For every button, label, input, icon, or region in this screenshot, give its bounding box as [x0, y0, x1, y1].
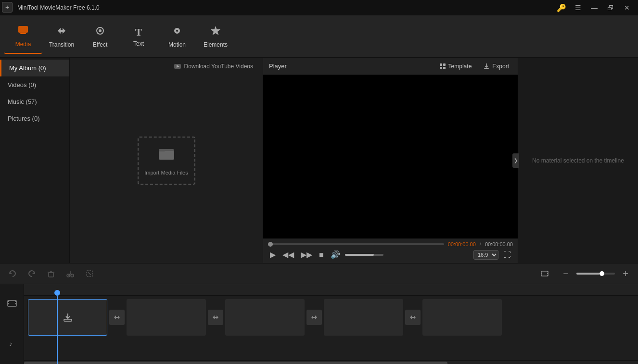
toolbar-item-effect[interactable]: Effect: [81, 19, 119, 54]
title-bar-left: MiniTool MovieMaker Free 6.1.0: [4, 3, 100, 13]
bottom-toolbar: − +: [0, 263, 638, 284]
current-time: 00:00:00.00: [448, 241, 476, 247]
sidebar-item-pictures[interactable]: Pictures (0): [0, 110, 69, 127]
player-section: Player Template Export: [263, 58, 518, 263]
svg-rect-33: [8, 301, 9, 302]
zoom-slider[interactable]: [576, 273, 615, 275]
zoom-out-button[interactable]: −: [557, 266, 574, 281]
maximize-button[interactable]: 🗗: [603, 2, 618, 13]
svg-marker-19: [32, 272, 35, 274]
undo-button[interactable]: [4, 266, 21, 281]
cut-button[interactable]: [62, 266, 79, 281]
stop-button[interactable]: ■: [317, 250, 326, 260]
svg-line-24: [88, 272, 91, 275]
toolbar-item-transition[interactable]: Transition: [42, 19, 81, 54]
svg-rect-3: [20, 33, 26, 34]
sidebar-item-videos[interactable]: Videos (0): [0, 76, 69, 93]
time-separator: /: [480, 241, 481, 247]
menu-button[interactable]: ☰: [571, 2, 585, 13]
timeline-media-button[interactable]: [536, 266, 553, 281]
zoom-in-button[interactable]: +: [617, 266, 634, 281]
sidebar-item-my-album[interactable]: My Album (0): [0, 60, 69, 76]
sidebar-item-music[interactable]: Music (57): [0, 93, 69, 110]
volume-slider[interactable]: [345, 254, 383, 256]
sidebar-label-videos: Videos (0): [8, 81, 36, 88]
svg-rect-30: [547, 273, 548, 274]
toolbar-item-media[interactable]: Media: [4, 19, 42, 54]
svg-rect-17: [484, 68, 489, 69]
delete-button[interactable]: [42, 266, 60, 281]
progress-bar-container: 00:00:00.00 / 00:00:00.00: [268, 241, 513, 247]
redo-button[interactable]: [23, 266, 40, 281]
effect-icon: [94, 25, 106, 39]
toolbar-label-transition: Transition: [49, 41, 74, 48]
transition-icon-3: [310, 314, 318, 321]
youtube-icon: [174, 63, 181, 70]
timeline-scrollbar-thumb: [24, 362, 447, 364]
redo-icon: [27, 269, 36, 278]
progress-dot: [268, 242, 273, 247]
bottom-toolbar-right: − +: [536, 266, 634, 281]
timeline: + ♪: [0, 284, 638, 364]
video-clip-4[interactable]: [324, 299, 403, 336]
right-panel: ❯ No material selected on the timeline: [518, 58, 638, 263]
aspect-ratio-select[interactable]: 16:9 9:16 1:1 4:3: [473, 250, 498, 260]
bottom-toolbar-left: [4, 266, 98, 281]
video-clip-5[interactable]: [422, 299, 502, 336]
download-youtube-button[interactable]: Download YouTube Videos: [170, 61, 257, 72]
svg-rect-13: [440, 63, 442, 66]
player-controls: 00:00:00.00 / 00:00:00.00 ▶ ◀◀ ▶▶ ■ 🔊 16…: [263, 238, 518, 263]
svg-rect-20: [49, 273, 53, 277]
transition-icon: [56, 25, 67, 39]
transition-button-4[interactable]: [405, 310, 421, 325]
svg-rect-16: [443, 67, 446, 69]
player-title: Player: [269, 63, 287, 70]
svg-rect-34: [8, 303, 9, 304]
transition-icon-4: [409, 314, 417, 321]
progress-bar[interactable]: [268, 243, 444, 245]
svg-rect-2: [18, 26, 28, 33]
timeline-left: + ♪: [0, 284, 24, 364]
clip-import-icon-1: [62, 312, 74, 323]
video-clip-2[interactable]: [127, 299, 206, 336]
svg-rect-14: [443, 63, 446, 66]
fullscreen-button[interactable]: ⛶: [501, 250, 513, 260]
transition-button-1[interactable]: [109, 310, 125, 325]
template-label: Template: [448, 63, 472, 70]
toolbar-item-motion[interactable]: Motion: [158, 19, 196, 54]
toolbar-label-effect: Effect: [93, 41, 107, 48]
toolbar-item-text[interactable]: T Text: [119, 19, 158, 54]
template-icon: [439, 63, 446, 70]
next-frame-button[interactable]: ▶▶: [299, 249, 314, 260]
close-button[interactable]: ✕: [620, 2, 634, 13]
volume-fill: [345, 254, 374, 256]
svg-rect-35: [15, 301, 16, 302]
crop-button[interactable]: [81, 266, 98, 281]
svg-point-5: [99, 29, 102, 32]
sidebar-label-pictures: Pictures (0): [8, 115, 39, 122]
folder-icon: [158, 145, 175, 166]
import-media-box[interactable]: Import Media Files: [138, 137, 195, 185]
transition-button-3[interactable]: [306, 310, 322, 325]
video-clip-1[interactable]: [28, 299, 107, 336]
minimize-button[interactable]: —: [587, 2, 601, 13]
toolbar-item-elements[interactable]: Elements: [196, 19, 235, 54]
svg-point-7: [176, 30, 178, 32]
video-clip-3[interactable]: [225, 299, 305, 336]
download-yt-label: Download YouTube Videos: [184, 63, 253, 70]
timeline-ruler: [24, 284, 638, 296]
export-button[interactable]: Export: [480, 62, 512, 71]
template-button[interactable]: Template: [436, 62, 475, 71]
svg-rect-27: [541, 273, 542, 274]
toolbar-label-motion: Motion: [168, 41, 186, 48]
media-icon: [17, 25, 29, 39]
timeline-scrollbar[interactable]: [24, 360, 638, 364]
toolbar: Media Transition Effect T Text Motion: [0, 15, 638, 58]
play-button[interactable]: ▶: [268, 249, 278, 260]
volume-button[interactable]: 🔊: [329, 249, 342, 260]
right-panel-toggle[interactable]: ❯: [512, 153, 519, 168]
prev-frame-button[interactable]: ◀◀: [281, 249, 296, 260]
transition-button-2[interactable]: [208, 310, 223, 325]
key-icon[interactable]: 🔑: [554, 2, 569, 13]
transition-icon-1: [113, 314, 121, 321]
